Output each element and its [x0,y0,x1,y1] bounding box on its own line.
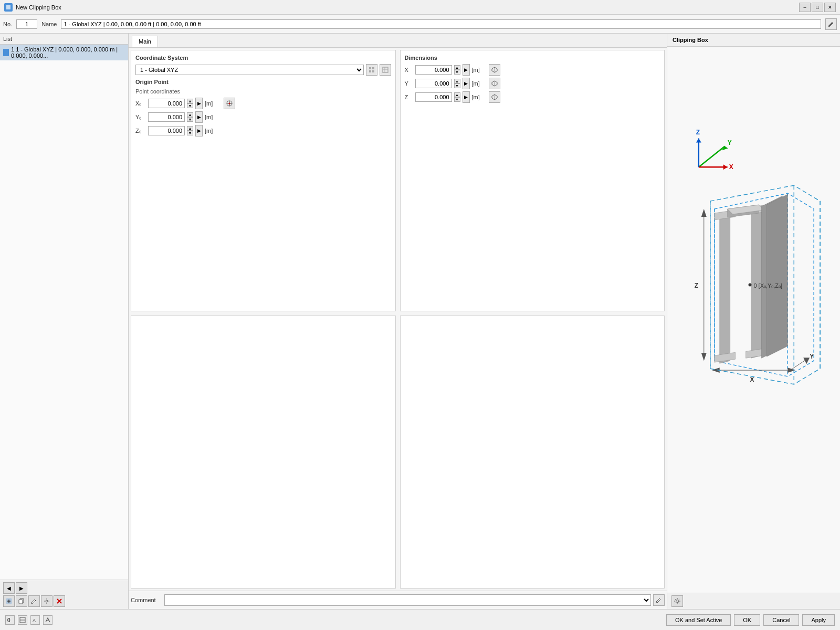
x0-row: X₀ ▲ ▼ ▶ [m] [135,98,391,109]
z-dim-spinners: ▲ ▼ [454,92,460,102]
origin-pick-btn[interactable] [224,98,235,109]
x-dim-spin-dn[interactable]: ▼ [454,70,460,75]
y-dim-input[interactable] [415,79,452,88]
settings-button[interactable] [41,595,52,607]
status-btn4[interactable] [43,615,52,625]
svg-point-56 [749,284,752,287]
svg-rect-13 [372,70,374,72]
z-dim-btn[interactable] [489,91,500,103]
cb-footer [667,593,840,609]
svg-rect-12 [369,70,371,72]
y0-spin-up[interactable]: ▲ [187,112,193,117]
cb-title: Clipping Box [667,34,840,47]
copy-button[interactable] [16,595,27,607]
z0-spinners: ▲ ▼ [187,126,193,135]
y0-row: Y₀ ▲ ▼ ▶ [m] [135,111,391,123]
y0-arrow-btn[interactable]: ▶ [195,111,203,123]
svg-marker-47 [701,353,707,361]
form-area: Coordinate System 1 - Global XYZ [129,48,667,609]
title-bar-controls: – □ ✕ [799,3,836,12]
x0-spin-up[interactable]: ▲ [187,99,193,103]
y0-label: Y₀ [135,114,146,121]
y0-input[interactable] [148,112,185,122]
x-dim-arrow-btn[interactable]: ▶ [463,64,470,76]
svg-rect-11 [372,67,374,69]
list-item[interactable]: 1 1 - Global XYZ | 0.000, 0.000, 0.000 m… [0,45,128,60]
z-dim-arrow-btn[interactable]: ▶ [463,91,470,103]
z-dim-spin-dn[interactable]: ▼ [454,97,460,102]
tab-main[interactable]: Main [132,36,158,47]
y-dim-spin-dn[interactable]: ▼ [454,83,460,88]
title-bar: New Clipping Box – □ ✕ [0,0,840,15]
apply-button[interactable]: Apply [802,614,835,626]
clipping-box-svg: Y X Z [667,47,840,455]
x0-arrow-btn[interactable]: ▶ [195,98,203,109]
x-dim-row: X ▲ ▼ ▶ [m] [405,64,660,76]
x-dim-input[interactable] [415,65,452,75]
name-input[interactable] [61,19,821,29]
svg-rect-10 [369,67,371,69]
coord-sys-btn2[interactable] [380,64,391,76]
svg-line-53 [790,360,806,370]
origin-point-section: Coordinate System 1 - Global XYZ [131,50,396,311]
svg-point-20 [229,103,230,104]
rename-button[interactable] [28,595,40,607]
x-dim-btn[interactable] [489,64,500,76]
svg-rect-14 [383,67,388,72]
comment-select[interactable] [164,594,651,606]
comment-label: Comment [131,597,162,603]
x-dim-label: X [405,67,413,73]
z0-spin-up[interactable]: ▲ [187,126,193,131]
name-edit-button[interactable] [825,18,837,30]
x0-spin-dn[interactable]: ▼ [187,103,193,108]
cancel-button[interactable]: Cancel [763,614,799,626]
minimize-button[interactable]: – [799,3,811,12]
close-button[interactable]: ✕ [824,3,836,12]
ok-button[interactable]: OK [734,614,760,626]
window-title: New Clipping Box [16,4,61,10]
x0-unit: [m] [205,100,219,107]
delete-button[interactable] [54,595,65,607]
sidebar: List 1 1 - Global XYZ | 0.000, 0.000, 0.… [0,34,129,609]
z0-arrow-btn[interactable]: ▶ [195,125,203,136]
x-dim-spin-up[interactable]: ▲ [454,65,460,70]
svg-marker-37 [715,352,736,362]
add-button[interactable] [3,595,15,607]
scroll-right-button[interactable]: ▶ [16,582,27,594]
z0-spin-dn[interactable]: ▼ [187,131,193,135]
bottom-left-section [131,316,396,589]
status-btn3[interactable]: A [30,615,40,625]
y-dim-row: Y ▲ ▼ ▶ [m] [405,78,660,89]
comment-btn[interactable] [653,594,665,606]
z0-unit: [m] [205,128,219,134]
svg-rect-0 [6,5,10,9]
list-item-icon [3,49,9,56]
svg-text:A: A [33,618,36,623]
z-dim-input[interactable] [415,92,452,102]
cb-settings-button[interactable] [671,595,683,607]
y0-spin-dn[interactable]: ▼ [187,117,193,122]
no-input[interactable] [16,19,37,29]
status-btn2[interactable] [18,615,27,625]
coord-sys-select[interactable]: 1 - Global XYZ [135,65,364,75]
sidebar-list: 1 1 - Global XYZ | 0.000, 0.000, 0.000 m… [0,45,128,580]
y-dim-arrow-btn[interactable]: ▶ [463,78,470,89]
coord-sys-btn1[interactable] [366,64,377,76]
y-dim-spinners: ▲ ▼ [454,79,460,88]
maximize-button[interactable]: □ [812,3,823,12]
y0-spinners: ▲ ▼ [187,112,193,122]
scroll-left-button[interactable]: ◀ [3,582,15,594]
ok-set-active-button[interactable]: OK and Set Active [666,614,731,626]
tab-bar: Main [129,34,667,48]
y-dim-btn[interactable] [489,78,500,89]
z0-input[interactable] [148,126,185,135]
x-dim-spinners: ▲ ▼ [454,65,460,75]
x0-input[interactable] [148,99,185,108]
z-dim-spin-up[interactable]: ▲ [454,92,460,97]
status-btn1[interactable]: 0 [5,615,15,625]
title-bar-left: New Clipping Box [4,3,61,12]
dimensions-title: Dimensions [405,55,660,61]
y-dim-spin-up[interactable]: ▲ [454,79,460,83]
bottom-right-section [400,316,665,589]
x0-spinners: ▲ ▼ [187,99,193,108]
